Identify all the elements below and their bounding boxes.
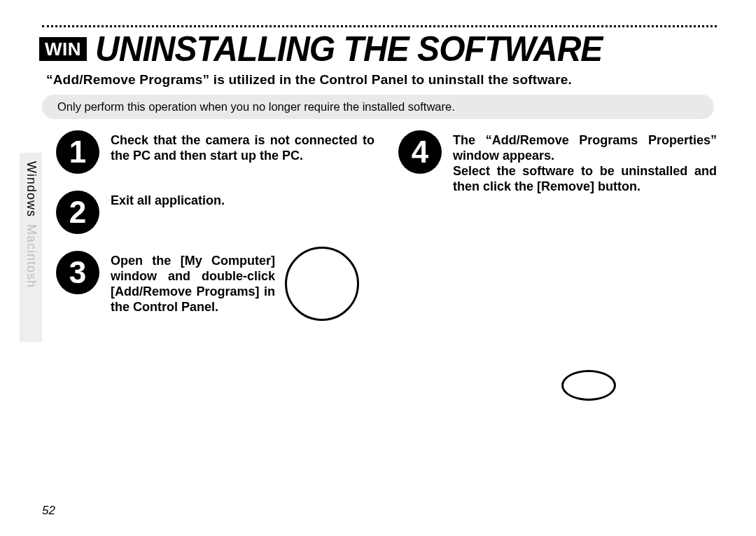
step-2: 2 Exit all application. [56,191,374,234]
content-columns: 1 Check that the camera is not connected… [39,130,717,338]
tab-windows: Windows [24,161,38,217]
tab-macintosh: Macintosh [24,224,38,288]
step-number-2: 2 [56,191,99,234]
step-number-1: 1 [56,130,99,174]
page-number: 52 [42,504,55,518]
win-badge: WIN [39,37,87,61]
note-text: Only perform this operation when you no … [57,100,455,113]
step-text-3: Open the [My Computer] window and double… [111,251,275,315]
step-text-2: Exit all application. [111,191,374,209]
circle-icon [285,247,359,321]
manual-page: Windows Macintosh WIN UNINSTALLING THE S… [0,0,756,536]
ellipse-icon [561,370,616,401]
step-text-4: The “Add/Remove Programs Properties” win… [453,130,717,195]
subtitle: “Add/Remove Programs” is utilized in the… [46,72,717,88]
right-column: 4 The “Add/Remove Programs Properties” w… [398,130,717,338]
step-number-3: 3 [56,251,99,294]
heading-row: WIN UNINSTALLING THE SOFTWARE [39,32,717,67]
step-3: 3 Open the [My Computer] window and doub… [56,251,374,321]
step-4: 4 The “Add/Remove Programs Properties” w… [398,130,717,195]
step-text-1: Check that the camera is not connected t… [111,130,374,164]
step-1: 1 Check that the camera is not connected… [56,130,374,174]
page-title: UNINSTALLING THE SOFTWARE [95,32,602,67]
divider-dotted [42,25,717,27]
step-number-4: 4 [398,130,442,174]
note-bar: Only perform this operation when you no … [42,95,714,119]
left-column: 1 Check that the camera is not connected… [56,130,374,338]
